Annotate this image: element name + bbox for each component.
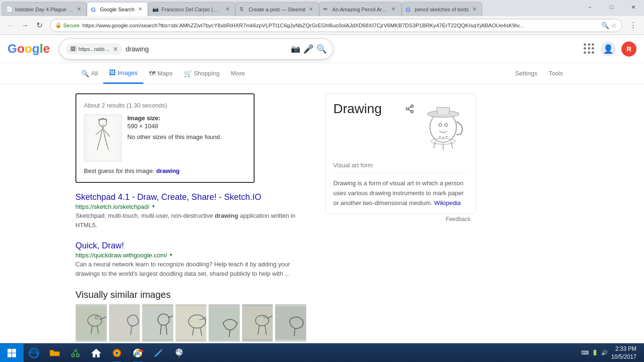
taskbar-firefox-icon[interactable] xyxy=(107,344,127,362)
similar-image-4[interactable] xyxy=(175,304,207,342)
similar-image-3[interactable] xyxy=(142,304,173,342)
knowledge-image xyxy=(421,101,468,158)
result2-title[interactable]: Quick, Draw! xyxy=(75,241,306,251)
chip-close-icon[interactable]: ✕ xyxy=(113,45,118,53)
apps-button[interactable] xyxy=(584,43,595,55)
browser-tab-2[interactable]: G Google Search ✕ xyxy=(87,2,148,16)
result1-title[interactable]: Sketchpad 4.1 - Draw, Create, Share! - S… xyxy=(75,192,306,202)
image-results-box: About 2 results (1.30 seconds) xyxy=(75,93,255,183)
search-bar[interactable]: 🖼 https...rabbit.jpg ✕ drawing 📷 🎤 🔍 xyxy=(59,39,333,59)
svg-line-21 xyxy=(408,107,411,108)
no-other-sizes: No other sizes of this image found. xyxy=(127,133,222,140)
image-chip[interactable]: 🖼 https...rabbit.jpg ✕ xyxy=(66,43,122,55)
browser-tab-3[interactable]: 📷 Francisco Del Carpio (@... ✕ xyxy=(148,2,235,16)
taskbar-paint-icon[interactable] xyxy=(169,344,190,362)
svg-rect-6 xyxy=(109,306,140,339)
tab5-label: An Amazing Pencil Art ... xyxy=(332,7,388,12)
keyboard-icon[interactable]: ⌨ xyxy=(581,350,589,356)
taskbar-chrome-icon[interactable] xyxy=(127,344,148,362)
start-button[interactable] xyxy=(0,344,24,362)
nav-shopping[interactable]: 🛒 Shopping xyxy=(178,63,225,84)
similar-heading: Visually similar images xyxy=(75,289,306,300)
tab5-close[interactable]: ✕ xyxy=(390,6,397,13)
svg-point-19 xyxy=(411,110,413,113)
result2-dropdown-icon[interactable]: ▾ xyxy=(170,252,176,259)
image-chip-label: https...rabbit.jpg xyxy=(79,46,111,52)
tab1-favicon: 📄 xyxy=(6,6,13,13)
taskbar-time-label: 2:33 PM xyxy=(611,345,636,353)
shopping-icon: 🛒 xyxy=(184,70,192,77)
forward-button[interactable]: → xyxy=(18,18,32,33)
share-button[interactable] xyxy=(402,101,417,116)
volume-icon[interactable]: 🔊 xyxy=(601,350,608,356)
best-guess-link[interactable]: drawing xyxy=(156,167,180,174)
search-input[interactable]: drawing xyxy=(126,45,291,53)
svg-point-36 xyxy=(72,354,74,357)
address-search-icon[interactable]: 🔍 xyxy=(601,22,609,29)
wikipedia-link[interactable]: Wikipedia xyxy=(434,199,461,206)
tab1-close[interactable]: ✕ xyxy=(75,6,83,13)
nav-more[interactable]: More xyxy=(225,63,251,84)
share-icon xyxy=(405,104,414,114)
taskbar-clock[interactable]: 2:33 PM 10/5/2017 xyxy=(611,345,636,361)
taskbar-tray: ⌨ 🔋 🔊 2:33 PM 10/5/2017 xyxy=(574,345,644,361)
windows-logo-icon xyxy=(7,348,17,358)
taskbar-ie-icon[interactable] xyxy=(24,344,44,362)
browser-tab-6[interactable]: G pencil sketches of birds ✕ xyxy=(402,2,482,16)
tab2-label: Google Search xyxy=(100,7,134,12)
tab6-close[interactable]: ✕ xyxy=(471,6,478,13)
browser-tab-5[interactable]: ✏ An Amazing Pencil Art ... ✕ xyxy=(319,2,402,16)
refresh-button[interactable]: ↻ xyxy=(32,18,46,33)
taskbar-home-icon[interactable] xyxy=(86,344,107,362)
feedback-label[interactable]: Feedback xyxy=(446,216,471,222)
browser-tab-1[interactable]: 📄 Inktober Day 4 Plague D... ✕ xyxy=(2,2,87,16)
tab2-close[interactable]: ✕ xyxy=(136,6,144,13)
svg-line-20 xyxy=(408,109,411,111)
svg-point-24 xyxy=(439,123,442,126)
nav-tools-label: Tools xyxy=(549,70,563,77)
browser-tab-4[interactable]: S Create a post — Steemit ✕ xyxy=(235,2,319,16)
svg-rect-3 xyxy=(76,306,107,339)
bookmark-icon[interactable]: ☆ xyxy=(611,22,617,29)
nav-images[interactable]: 🖼 Images xyxy=(103,63,143,84)
taskbar-scooter-icon[interactable] xyxy=(65,344,86,362)
nav-maps[interactable]: 🗺 Maps xyxy=(143,63,178,84)
voice-search-icon[interactable]: 🎤 xyxy=(303,44,314,54)
svg-point-28 xyxy=(442,137,444,139)
search-result-1: Sketchpad 4.1 - Draw, Create, Share! - S… xyxy=(75,192,306,230)
account-avatar[interactable]: R xyxy=(621,41,636,57)
maximize-button[interactable]: □ xyxy=(601,0,622,14)
similar-image-7[interactable] xyxy=(275,304,306,342)
search-submit-icon[interactable]: 🔍 xyxy=(316,44,327,54)
battery-icon[interactable]: 🔋 xyxy=(592,350,598,356)
similar-image-2[interactable] xyxy=(109,304,140,342)
taskbar: ⌨ 🔋 🔊 2:33 PM 10/5/2017 xyxy=(0,343,644,362)
google-header: Google 🖼 https...rabbit.jpg ✕ drawing 📷 … xyxy=(0,35,644,63)
similar-image-6[interactable] xyxy=(242,304,273,342)
result1-dropdown-icon[interactable]: ▾ xyxy=(152,204,159,210)
similar-image-1[interactable] xyxy=(75,304,107,342)
tab3-close[interactable]: ✕ xyxy=(223,6,231,13)
minimize-button[interactable]: − xyxy=(579,0,601,14)
tab4-close[interactable]: ✕ xyxy=(307,6,315,13)
feedback-row: Feedback xyxy=(325,214,476,226)
svg-rect-0 xyxy=(89,117,117,159)
camera-search-icon[interactable]: 📷 xyxy=(291,44,300,53)
svg-rect-31 xyxy=(12,349,16,353)
taskbar-date-label: 10/5/2017 xyxy=(611,353,636,361)
account-icon[interactable]: 👤 xyxy=(601,41,616,57)
taskbar-pen-icon[interactable] xyxy=(148,344,169,362)
google-page: Google 🖼 https...rabbit.jpg ✕ drawing 📷 … xyxy=(0,35,644,362)
similar-image-5[interactable] xyxy=(208,304,240,342)
address-bar[interactable]: 🔒 Secure https://www.google.com/search?t… xyxy=(50,19,622,32)
back-button[interactable]: ← xyxy=(4,18,18,33)
nav-all[interactable]: 🔍 All xyxy=(75,63,103,84)
nav-settings[interactable]: Settings xyxy=(510,63,543,84)
close-button[interactable]: ✕ xyxy=(622,0,644,14)
nav-settings-label: Settings xyxy=(515,70,537,77)
extensions-button[interactable]: ⋮ xyxy=(626,18,640,33)
tab1-label: Inktober Day 4 Plague D... xyxy=(15,7,73,12)
nav-tools[interactable]: Tools xyxy=(543,63,569,84)
taskbar-folder-icon[interactable] xyxy=(44,344,65,362)
thumbnail-image xyxy=(89,117,117,159)
